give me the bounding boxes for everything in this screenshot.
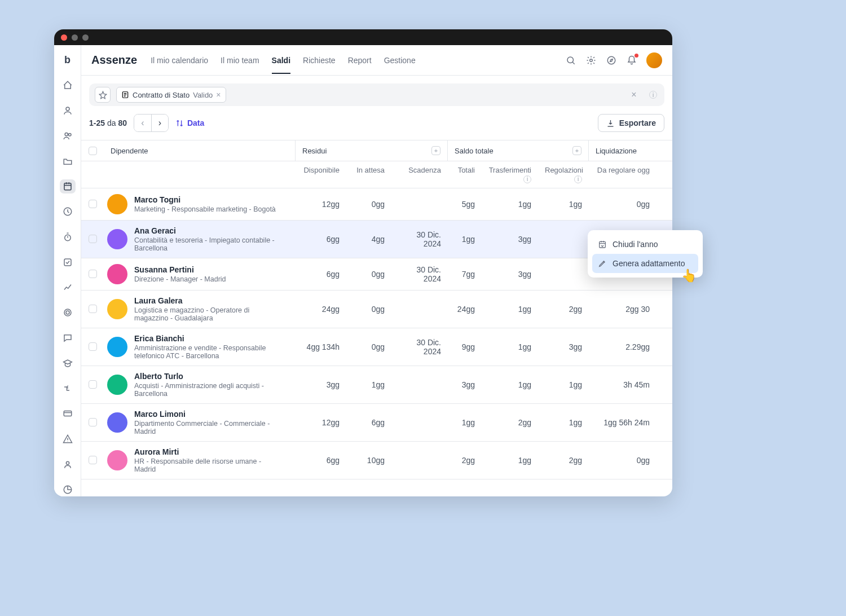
tabs: Il mio calendario Il mio team Saldi Rich… (151, 51, 416, 69)
cell-total: 9gg (448, 342, 482, 351)
table-row[interactable]: Susanna PertiniDirezione - Manager - Mad… (81, 258, 672, 291)
employee-name: Alberto Turlo (134, 372, 281, 381)
menu-generate-adjustment[interactable]: Genera adattamento (592, 254, 698, 273)
row-checkbox[interactable] (81, 418, 104, 426)
employee-subtitle: HR - Responsabile delle risorse umane - … (134, 457, 281, 473)
col-adjustments[interactable]: Regolazionii (538, 161, 589, 188)
nav-card-icon[interactable] (60, 407, 76, 421)
cell-available: 6gg (296, 235, 346, 244)
filter-chip-close-icon[interactable]: × (216, 90, 221, 99)
app-window: b Assenze Il mio calendario (54, 29, 672, 496)
employee-avatar (107, 375, 127, 395)
tab-calendar[interactable]: Il mio calendario (151, 56, 208, 74)
nav-pie-icon[interactable] (60, 482, 76, 496)
page-title: Assenze (91, 54, 137, 67)
table-row[interactable]: Erica BianchiAmministrazione e vendite -… (81, 328, 672, 366)
table-row[interactable]: Aurora MirtiHR - Responsabile delle riso… (81, 442, 672, 479)
nav-target-icon[interactable] (60, 306, 76, 320)
export-button[interactable]: Esportare (598, 114, 664, 132)
user-avatar[interactable] (646, 52, 662, 68)
page-prev-button[interactable]: ‹ (134, 115, 151, 131)
row-checkbox[interactable] (81, 456, 104, 464)
nav-calendar-icon[interactable] (60, 179, 76, 193)
menu-close-year[interactable]: Chiudi l'anno (592, 235, 698, 254)
nav-chart-icon[interactable] (60, 280, 76, 294)
tab-report[interactable]: Report (348, 56, 372, 74)
svg-point-14 (607, 56, 615, 64)
clear-filters-icon[interactable]: × (627, 88, 641, 102)
add-residui-column-icon[interactable]: + (431, 146, 440, 155)
page-next-button[interactable]: › (151, 115, 168, 131)
row-checkbox[interactable] (81, 305, 104, 313)
nav-user-icon[interactable] (60, 457, 76, 472)
nav-timer-icon[interactable] (60, 230, 76, 244)
cell-pending: 1gg (346, 380, 391, 389)
tab-management[interactable]: Gestione (384, 56, 416, 74)
table-row[interactable]: Marco LimoniDipartimento Commerciale - C… (81, 404, 672, 442)
tab-requests[interactable]: Richieste (303, 56, 336, 74)
svg-point-0 (66, 107, 69, 111)
window-minimize-dot[interactable] (72, 34, 78, 41)
window-titlebar (54, 29, 672, 45)
cell-pending: 0gg (346, 200, 391, 209)
cell-to-settle: 2.29gg (589, 342, 656, 351)
filter-chip[interactable]: Contratto di Stato Valido × (116, 87, 226, 103)
nav-alert-icon[interactable] (60, 432, 76, 446)
col-expiry[interactable]: Scadenza (391, 161, 448, 188)
favorite-button[interactable] (95, 87, 111, 103)
row-checkbox[interactable] (81, 235, 104, 243)
row-checkbox[interactable] (81, 200, 104, 208)
col-to-settle[interactable]: Da regolare ogg (589, 161, 656, 188)
cell-transfers: 1gg (482, 380, 538, 389)
cell-transfers: 1gg (482, 456, 538, 465)
employee-avatar (107, 337, 127, 357)
nav-chat-icon[interactable] (60, 331, 76, 345)
col-pending[interactable]: In attesa (346, 161, 391, 188)
employee-subtitle: Dipartimento Commerciale - Commerciale -… (134, 420, 281, 435)
col-available[interactable]: Disponibile (296, 161, 346, 188)
employee-avatar (107, 194, 127, 214)
cell-expiry: 30 Dic. 2024 (391, 230, 448, 248)
add-saldo-column-icon[interactable]: + (572, 146, 581, 155)
row-checkbox[interactable] (81, 380, 104, 389)
column-group-saldo: Saldo totale + (448, 140, 589, 161)
table-row[interactable]: Ana GeraciContabilità e tesoreria - Impi… (81, 221, 672, 258)
nav-folder-icon[interactable] (60, 154, 76, 168)
cell-available: 12gg (296, 418, 346, 427)
svg-point-12 (567, 57, 574, 63)
row-checkbox[interactable] (81, 342, 104, 351)
select-all-cell[interactable] (81, 140, 104, 161)
tab-team[interactable]: Il mio team (221, 56, 259, 74)
table-row[interactable]: Laura GaleraLogistica e magazzino - Oper… (81, 291, 672, 328)
window-close-dot[interactable] (61, 34, 67, 41)
nav-clock-icon[interactable] (60, 205, 76, 219)
nav-workflow-icon[interactable] (60, 381, 76, 395)
col-total[interactable]: Totali (448, 161, 482, 188)
filter-info-icon[interactable]: i (645, 88, 659, 102)
cell-available: 4gg 134h (296, 342, 346, 351)
employee-name: Laura Galera (134, 296, 281, 305)
table-row[interactable]: Marco TogniMarketing - Responsabile mark… (81, 188, 672, 221)
notifications-icon[interactable] (626, 55, 637, 66)
compass-icon[interactable] (606, 55, 617, 66)
cell-expiry: 30 Dic. 2024 (391, 338, 448, 356)
cell-pending: 6gg (346, 418, 391, 427)
nav-graduation-icon[interactable] (60, 356, 76, 370)
app-logo[interactable]: b (60, 53, 76, 67)
nav-person-icon[interactable] (60, 104, 76, 118)
cell-total: 1gg (448, 235, 482, 244)
col-transfers[interactable]: Trasferimentii (482, 161, 538, 188)
sort-button[interactable]: Data (175, 118, 204, 127)
table-row[interactable]: Alberto TurloAcquisti - Amministrazione … (81, 366, 672, 404)
cell-transfers: 1gg (482, 200, 538, 209)
cell-to-settle: 2gg 30 (589, 305, 656, 314)
nav-people-icon[interactable] (60, 129, 76, 143)
nav-home-icon[interactable] (60, 78, 76, 93)
row-checkbox[interactable] (81, 270, 104, 278)
window-maximize-dot[interactable] (82, 34, 89, 41)
employee-subtitle: Direzione - Manager - Madrid (134, 275, 226, 283)
settings-icon[interactable] (585, 55, 597, 66)
search-icon[interactable] (565, 55, 576, 66)
tab-balances[interactable]: Saldi (272, 56, 290, 74)
nav-check-icon[interactable] (60, 255, 76, 269)
